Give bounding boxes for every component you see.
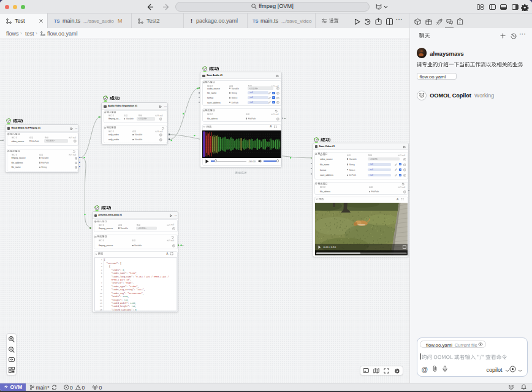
svg-text:0:00 / 0:10: 0:00 / 0:10 [323, 246, 336, 249]
